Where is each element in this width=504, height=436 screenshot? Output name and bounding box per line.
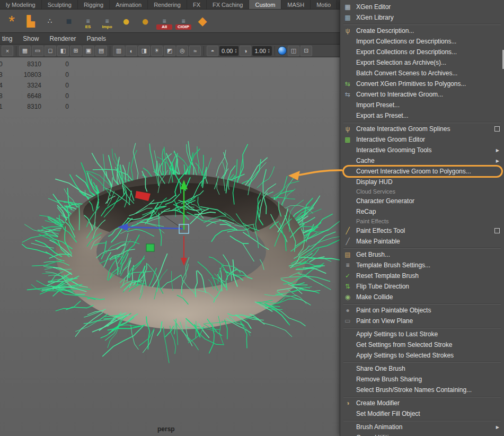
lights-button[interactable]: ☀: [151, 46, 163, 56]
viewport-scene: [0, 57, 340, 436]
hud-col-cut: 3: [0, 69, 4, 80]
menu-item-create-interactive-groom-splines[interactable]: ψCreate Interactive Groom Splines: [340, 124, 504, 134]
menu-item-convert-to-interactive-groom[interactable]: ⇆Convert to Interactive Groom...: [340, 89, 504, 100]
tab-mash[interactable]: MASH: [281, 0, 311, 9]
menu-item-create-description[interactable]: ψCreate Description...: [340, 25, 504, 36]
shelf-button-script-all[interactable]: ≡All: [156, 12, 173, 30]
menu-item-remove-brush-sharing[interactable]: Remove Brush Sharing: [340, 374, 504, 385]
shelf-button-script-clgtp[interactable]: ≡ClGtP: [175, 12, 192, 30]
shelf-button-gold-disc-2[interactable]: ●: [137, 12, 154, 30]
menu-item-make-paintable[interactable]: ╱Make Paintable: [340, 236, 504, 247]
tab-ly-modeling[interactable]: ly Modeling: [0, 0, 42, 9]
menu-item-label: Paint Effects Tool: [356, 227, 491, 234]
shelf-button-mash-blocks[interactable]: ▙: [22, 12, 39, 30]
gamma-toggle-button[interactable]: ◑: [240, 46, 251, 56]
menu-item-batch-convert-scenes-to-archives[interactable]: Batch Convert Scenes to Archives...: [340, 68, 504, 79]
safe-title-button[interactable]: ▤: [95, 46, 107, 56]
shelf-button-orange-diamond[interactable]: ◆: [194, 12, 211, 30]
gate-mask-button[interactable]: ◧: [57, 46, 69, 56]
menu-item-get-settings-from-selected-stroke[interactable]: Get Settings from Selected Stroke: [340, 339, 504, 350]
tab-fx[interactable]: FX: [187, 0, 207, 9]
tab-sculpting[interactable]: Sculpting: [42, 0, 78, 9]
menu-item-display-hud[interactable]: Display HUD: [340, 177, 504, 187]
menu-item-apply-settings-to-last-stroke[interactable]: Apply Settings to Last Stroke: [340, 329, 504, 339]
menu-item-cache[interactable]: Cache▶: [340, 155, 504, 166]
menu-item-recap[interactable]: ReCap: [340, 206, 504, 217]
exposure-field-spinner[interactable]: ▴▾: [235, 48, 236, 54]
menu-item-convert-xgen-primitives-to-polygons[interactable]: ⇆Convert XGen Primitives to Polygons...: [340, 79, 504, 89]
panel-menu-renderer[interactable]: Renderer: [49, 35, 76, 42]
field-chart-button[interactable]: ⊞: [70, 46, 82, 56]
menu-item-select-brush-stroke-names-containing[interactable]: Select Brush/Stroke Names Containing...: [340, 385, 504, 395]
menu-item-interactive-groom-editor[interactable]: ▩Interactive Groom Editor: [340, 134, 504, 145]
panel-menu-show[interactable]: Show: [23, 35, 39, 42]
tab-motio[interactable]: Motio: [311, 0, 337, 9]
grid-toggle-button[interactable]: ▦: [19, 46, 31, 56]
menu-item-set-modifier-fill-object[interactable]: Set Modifier Fill Object: [340, 408, 504, 419]
isolate-select-button[interactable]: ◫: [288, 46, 299, 56]
shelf-button-gold-disc-1[interactable]: ●: [118, 12, 135, 30]
shelf-button-script-impo[interactable]: ≡Impo: [99, 12, 116, 30]
textured-button[interactable]: ◨: [138, 46, 150, 56]
ao-button[interactable]: ◎: [176, 46, 188, 56]
menu-item-interactive-grooming-tools[interactable]: Interactive Grooming Tools▶: [340, 145, 504, 155]
menu-item-curve-utilities[interactable]: Curve Utilities▶: [340, 432, 504, 436]
menu-item-export-selection-as-archive-s[interactable]: Export Selection as Archive(s)...: [340, 57, 504, 68]
tab-custom[interactable]: Custom: [249, 0, 281, 9]
xray-button[interactable]: ⊡: [300, 46, 312, 56]
shaded-button[interactable]: ◐: [126, 46, 137, 56]
menu-item-make-collide[interactable]: ◉Make Collide: [340, 292, 504, 302]
menu-item-create-modifier[interactable]: ◑Create Modifier: [340, 398, 504, 408]
gamma-field[interactable]: 1.00▴▾: [252, 46, 271, 56]
get-brush-icon: ▤: [342, 250, 353, 259]
make-paintable-icon: ╱: [342, 237, 353, 246]
shelf-button-mash-flower[interactable]: *: [3, 12, 20, 30]
toolbar-separator: [275, 46, 275, 56]
option-box[interactable]: [494, 126, 500, 132]
option-box[interactable]: [494, 228, 500, 233]
menu-item-reset-template-brush[interactable]: ✓Reset Template Brush: [340, 271, 504, 281]
exposure-toggle-button[interactable]: ◓: [207, 46, 218, 56]
menu-item-import-preset[interactable]: Import Preset...: [340, 100, 504, 110]
panel-menu-ting[interactable]: ting: [2, 35, 12, 42]
shadows-button[interactable]: ◩: [164, 46, 175, 56]
menu-item-get-brush[interactable]: ▤Get Brush...: [340, 249, 504, 260]
menu-item-brush-animation[interactable]: Brush Animation▶: [340, 422, 504, 432]
menu-item-template-brush-settings[interactable]: ≡Template Brush Settings...: [340, 260, 504, 271]
tab-animation[interactable]: Animation: [110, 0, 148, 9]
gamma-field-spinner[interactable]: ▴▾: [268, 48, 270, 54]
shelf-button-script-es[interactable]: ≡ES: [79, 12, 96, 30]
resolution-gate-icon: ◻: [48, 47, 52, 54]
wireframe-button[interactable]: ▥: [113, 46, 125, 56]
safe-action-button[interactable]: ▣: [83, 46, 94, 56]
exposure-field[interactable]: 0.00▴▾: [219, 46, 238, 56]
menu-item-share-one-brush[interactable]: Share One Brush: [340, 363, 504, 374]
menu-item-flip-tube-direction[interactable]: ⇅Flip Tube Direction: [340, 281, 504, 292]
menu-item-apply-settings-to-selected-strokes[interactable]: Apply Settings to Selected Strokes: [340, 350, 504, 361]
resolution-gate-button[interactable]: ◻: [45, 46, 56, 56]
tab-fx-caching[interactable]: FX Caching: [207, 0, 249, 9]
spinner-down-icon[interactable]: ▾: [235, 51, 236, 54]
spinner-down-icon[interactable]: ▾: [268, 51, 270, 54]
menu-item-label: Remove Brush Sharing: [356, 376, 500, 383]
menu-item-paint-on-paintable-objects[interactable]: ●Paint on Paintable Objects: [340, 305, 504, 316]
menu-item-xgen-editor[interactable]: ▦XGen Editor: [340, 2, 504, 12]
menu-item-paint-on-view-plane[interactable]: ▭Paint on View Plane: [340, 316, 504, 326]
viewport[interactable]: 0831003108030433240866480183100 persp: [0, 57, 340, 436]
panel-menu-panels[interactable]: Panels: [86, 35, 106, 42]
tab-rigging[interactable]: Rigging: [78, 0, 110, 9]
deselect-button[interactable]: ×: [2, 46, 13, 56]
motion-blur-button[interactable]: ≈: [189, 46, 201, 56]
shelf-button-node-network[interactable]: ∴: [41, 12, 58, 30]
film-gate-button[interactable]: ▭: [32, 46, 43, 56]
menu-item-character-generator[interactable]: Character Generator: [340, 196, 504, 206]
renderer-sphere-button[interactable]: [278, 46, 287, 55]
menu-item-convert-interactive-groom-to-polygons[interactable]: Convert Interactive Groom to Polygons...: [340, 166, 504, 177]
menu-item-export-collections-or-descriptions[interactable]: Export Collections or Descriptions...: [340, 47, 504, 57]
shelf-button-dark-cube[interactable]: ■: [60, 12, 77, 30]
menu-item-paint-effects-tool[interactable]: ╱Paint Effects Tool: [340, 225, 504, 236]
tab-rendering[interactable]: Rendering: [148, 0, 187, 9]
menu-item-export-as-preset[interactable]: Export as Preset...: [340, 110, 504, 121]
menu-item-xgen-library[interactable]: ▦XGen Library: [340, 12, 504, 23]
menu-item-import-collections-or-descriptions[interactable]: Import Collections or Descriptions...: [340, 36, 504, 47]
